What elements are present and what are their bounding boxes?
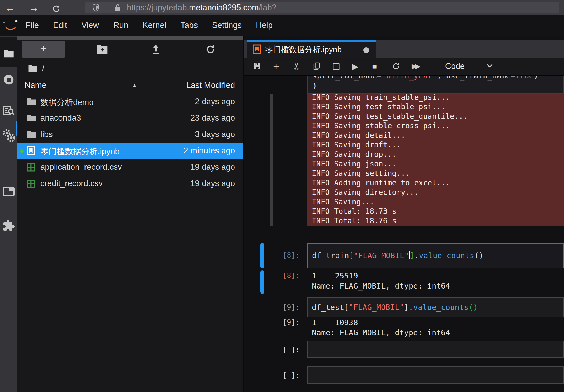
code-token: df_train [312, 251, 349, 260]
log-line: INFO Adding runtime to excel... [312, 178, 564, 188]
open-tabs-icon[interactable] [0, 187, 17, 197]
input-prompt: [8]: [244, 251, 300, 259]
menu-help[interactable]: Help [249, 21, 280, 30]
jupyterlab-menubar: File Edit View Run Kernel Tabs Settings … [0, 15, 564, 36]
menu-view[interactable]: View [74, 21, 106, 30]
run-cell-button[interactable]: ▶ [352, 62, 372, 71]
column-header-name[interactable]: Name [25, 81, 46, 90]
file-name: credit_record.csv [40, 179, 103, 188]
menu-file[interactable]: File [18, 21, 46, 30]
chevron-down-icon[interactable] [486, 64, 493, 69]
property-inspector-icon[interactable] [0, 105, 17, 117]
refresh-icon[interactable] [205, 44, 216, 56]
notebook-tab[interactable]: 零门槛数据分析.ipynb [247, 40, 376, 58]
output-collapser[interactable] [270, 94, 273, 226]
menu-edit[interactable]: Edit [46, 21, 74, 30]
column-header-modified[interactable]: Last Modified [186, 81, 235, 90]
log-line: INFO Saving setting... [312, 169, 564, 178]
scissors-icon: ✂ [291, 63, 302, 70]
browser-back-icon[interactable]: ← [5, 1, 15, 14]
paren-token: () [469, 303, 478, 312]
dock-tab-bar: 零门槛数据分析.ipynb [244, 40, 564, 58]
new-launcher-button[interactable]: + [22, 41, 65, 58]
output-text: Name: FLAG_MOBIL, dtype: int64 [312, 281, 450, 290]
insert-cell-button[interactable]: + [273, 60, 293, 72]
notebook-tab-title: 零门槛数据分析.ipynb [265, 44, 342, 55]
extensions-puzzle-icon[interactable] [0, 219, 17, 232]
tracking-shield-icon[interactable] [92, 4, 100, 13]
jupyter-logo [3, 19, 18, 31]
file-modified: 3 days ago [195, 130, 235, 139]
output-prompt: [8]: [244, 271, 300, 280]
file-row-folder[interactable]: anaconda3 23 days ago [17, 110, 243, 126]
notebook-scroll-area[interactable]: split_col_name="birth_year", use_train_n… [244, 76, 564, 392]
running-sessions-icon[interactable] [0, 74, 17, 86]
folder-icon [27, 114, 37, 123]
restart-run-all-button[interactable]: ▶▶ [412, 62, 431, 70]
file-row-csv[interactable]: credit_record.csv 19 days ago [17, 176, 243, 192]
log-line: INFO Saving stable_cross_psi... [312, 121, 564, 131]
new-folder-icon[interactable] [96, 44, 108, 55]
input-prompt-empty: [ ]: [244, 371, 300, 379]
restart-kernel-button[interactable] [392, 62, 412, 70]
input-prompt: [9]: [244, 303, 300, 311]
log-line: INFO Total: 18.76 s [312, 216, 564, 226]
file-row-csv[interactable]: application_record.csv 19 days ago [17, 159, 243, 176]
code-cell-input-active[interactable]: df_train["FLAG_MOBIL"].value_counts() [307, 243, 564, 268]
file-row-folder[interactable]: 数据分析demo 2 days ago [17, 94, 243, 110]
sort-ascending-icon[interactable]: ▲ [132, 82, 137, 88]
code-token: . [414, 251, 419, 260]
code-token: df_test [312, 303, 344, 312]
breadcrumb[interactable]: / [17, 59, 243, 77]
settings-gears-icon[interactable] [0, 129, 17, 142]
file-row-notebook-selected[interactable]: 零门槛数据分析.ipynb 2 minutes ago [17, 143, 243, 159]
method-token: value_counts [413, 303, 469, 312]
file-name: application_record.csv [40, 162, 122, 172]
file-name: libs [40, 130, 53, 139]
notebook-tab-icon [253, 44, 261, 55]
string-token: "birth_year" [382, 76, 437, 80]
input-prompt-empty: [ ]: [244, 346, 300, 354]
menu-run[interactable]: Run [106, 21, 135, 30]
file-modified: 2 days ago [195, 97, 235, 106]
log-line: INFO Saving directory... [312, 188, 564, 197]
stderr-log-output: INFO Saving train_stable_psi... INFO Sav… [307, 94, 564, 226]
menu-tabs[interactable]: Tabs [173, 21, 205, 30]
paste-cells-button[interactable] [332, 62, 352, 70]
menu-settings[interactable]: Settings [205, 21, 249, 30]
empty-code-cell[interactable] [307, 341, 564, 358]
cut-cells-button[interactable]: ✂ [293, 61, 313, 72]
browser-forward-icon[interactable]: → [29, 1, 39, 14]
file-list-header: Name ▲ Last Modified [17, 77, 243, 93]
folder-icon [27, 97, 37, 106]
copy-cells-button[interactable] [313, 62, 332, 70]
code-token: . [409, 303, 413, 312]
string-token: "FLAG_MOBIL" [349, 303, 404, 312]
log-line: INFO Saving... [312, 197, 564, 207]
url-domain: metanoia8295.com [189, 3, 259, 12]
address-bar[interactable]: https://jupyterlab.metanoia8295.com/lab? [85, 2, 559, 13]
file-modified: 2 minutes ago [184, 146, 235, 155]
menu-kernel[interactable]: Kernel [135, 21, 173, 30]
code-cell-input[interactable]: df_test["FLAG_MOBIL"].value_counts() [307, 297, 564, 317]
upload-icon[interactable] [151, 44, 161, 56]
empty-code-cell[interactable] [307, 366, 564, 384]
jupyterlab-window: ← → https://jupyterlab.metanoia8295.com/… [0, 0, 564, 392]
file-browser-icon[interactable] [0, 49, 17, 58]
browser-reload-icon[interactable] [52, 3, 61, 16]
url-text[interactable]: https://jupyterlab.metanoia8295.com/lab? [127, 3, 276, 12]
file-browser-panel: + / Name ▲ Last Modified [17, 40, 243, 392]
breadcrumb-home-icon[interactable] [28, 64, 38, 72]
cell-type-dropdown[interactable]: Code [445, 62, 465, 71]
unsaved-changes-dot[interactable] [363, 47, 369, 53]
stop-kernel-button[interactable]: ■ [372, 62, 392, 71]
file-name: 零门槛数据分析.ipynb [40, 146, 120, 157]
bracket-token: [ [349, 251, 354, 260]
save-button[interactable] [253, 62, 273, 70]
file-row-folder[interactable]: libs 3 days ago [17, 126, 243, 143]
notebook-toolbar: + ✂ ▶ ■ ▶▶ Code [244, 58, 564, 76]
log-line: INFO Saving drop... [312, 150, 564, 159]
code-token: , use_train_name= [437, 76, 515, 80]
scrolled-code-cell[interactable]: split_col_name="birth_year", use_train_n… [307, 76, 564, 94]
https-lock-icon[interactable] [115, 4, 121, 12]
